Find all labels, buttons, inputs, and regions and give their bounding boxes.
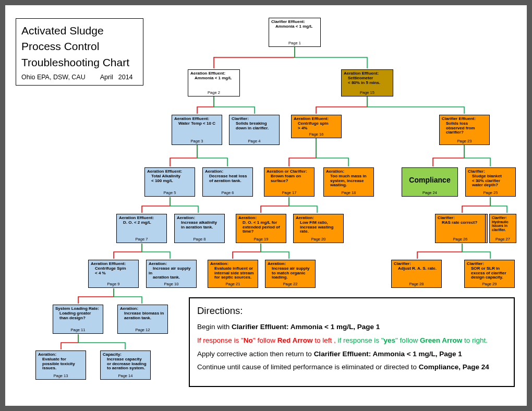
node-page-7: Aeration Effluent:D. O. < 2 mg/LPage 7 bbox=[116, 214, 167, 243]
node-page-23: Clarifier Effluent:Solids lossobserved f… bbox=[439, 115, 490, 145]
title-line-3: Troubleshooting Chart bbox=[21, 55, 138, 70]
title-subtitle: Ohio EPA, DSW, CAUApril2014 bbox=[21, 74, 138, 81]
node-page-2: Aeration Effluent:Ammonia < 1 mg/LPage 2 bbox=[188, 69, 240, 96]
directions-box: Directions: Begin with Clarifier Effluen… bbox=[189, 297, 515, 387]
node-page-29: Clarifier:SOR or SLR inexcess of clarifi… bbox=[464, 260, 515, 288]
node-page-21: Aeration:Evaluate influent orinternal si… bbox=[208, 260, 258, 288]
troubleshooting-chart: Activated Sludge Process Control Trouble… bbox=[0, 0, 532, 411]
node-page-10: Aeration:Increase air supply inaeration … bbox=[146, 260, 197, 288]
node-page-13: Aeration:Evaluate forpossible toxicityis… bbox=[35, 350, 86, 380]
node-page-19: Aeration:D. O. < 1 mg/L forextended peri… bbox=[236, 214, 286, 243]
title-year: 2014 bbox=[118, 74, 133, 81]
node-page-27b: Clarifier:Hydraulic issues inclarifier.P… bbox=[489, 214, 516, 243]
directions-title: Directions: bbox=[197, 304, 506, 319]
node-page-14: Capacity:Increase capacityor decrease lo… bbox=[100, 350, 151, 380]
title-box: Activated Sludge Process Control Trouble… bbox=[16, 18, 143, 86]
title-org: Ohio EPA, DSW, CAU bbox=[21, 74, 86, 81]
node-page-25: Clarifier:Sludge blanket< 30% clarifierw… bbox=[465, 167, 516, 197]
directions-line-4: Continue until cause of limited performa… bbox=[197, 362, 506, 373]
node-page-12: Aeration:Increase biomass inaeration tan… bbox=[117, 305, 168, 334]
node-page-9: Aeration Effluent:Centrifuge Spin< 4 %Pa… bbox=[88, 260, 139, 288]
node-page-18: Aeration:Too much mass insystem, increas… bbox=[323, 167, 374, 197]
node-page-4: Clarifier:Solids breakingdown in clarifi… bbox=[229, 115, 280, 145]
node-page-28: Clarifier:Adjust R. A. S. rate.Page 28 bbox=[391, 260, 442, 288]
node-page-24-compliance: Compliance Page 24 bbox=[402, 167, 458, 197]
directions-line-3: Apply corrective action then return to C… bbox=[197, 349, 506, 360]
directions-line-2: If response is "No" follow Red Arrow to … bbox=[197, 335, 506, 346]
title-line-1: Activated Sludge bbox=[21, 23, 138, 39]
node-page-17: Aeration or Clarifier:Brown foam onsurfa… bbox=[264, 167, 315, 197]
node-page-8: Aeration:Increase alkalinityin aeration … bbox=[174, 214, 225, 243]
directions-line-1: Begin with Clarifier Effluent: Ammonia <… bbox=[197, 322, 506, 333]
title-line-2: Process Control bbox=[21, 39, 138, 54]
node-page-20: Aeration:Low F/M ratio,increase wastingr… bbox=[293, 214, 344, 243]
node-page-16: Aeration Effluent:Centrifuge spin> 4%Pag… bbox=[291, 115, 342, 138]
node-page-5: Aeration Effluent:Total Alkalinity< 100 … bbox=[144, 167, 195, 197]
node-page-6: Aeration:Decrease heat lossof aeration t… bbox=[202, 167, 253, 197]
node-page-11: System Loading Rate:Loading greaterthan … bbox=[53, 305, 103, 334]
node-page-1: Clarifier Effluent: Ammonia < 1 mg/L Pag… bbox=[269, 18, 321, 47]
node-page-15: Aeration Effluent:Settleometer< 80% in 5… bbox=[341, 69, 393, 96]
node-page-26b: Clarifier:RAS rate correct?Page 26 bbox=[435, 214, 486, 243]
node-page-22: Aeration:Increase air supplyto match org… bbox=[265, 260, 316, 288]
title-month: April bbox=[100, 74, 113, 81]
node-page-3: Aeration Effluent:Water Temp < 10 CPage … bbox=[172, 115, 222, 145]
